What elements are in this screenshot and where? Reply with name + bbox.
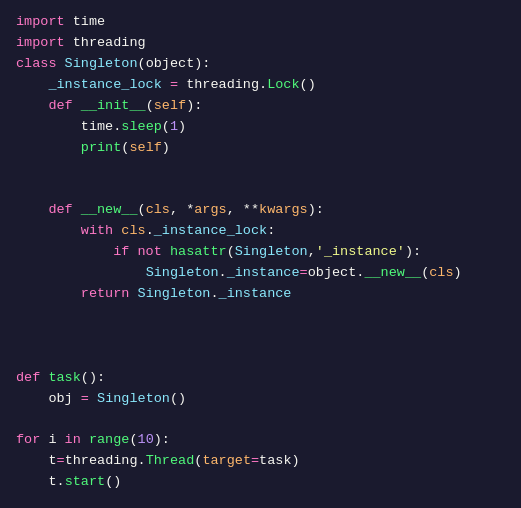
code-line-16 [16, 326, 505, 347]
code-line-21: for i in range(10): [16, 430, 505, 451]
code-line-5: def __init__(self): [16, 96, 505, 117]
code-line-13: Singleton._instance=object.__new__(cls) [16, 263, 505, 284]
code-line-1: import time [16, 12, 505, 33]
code-line-4: _instance_lock = threading.Lock() [16, 75, 505, 96]
code-line-18: def task(): [16, 368, 505, 389]
code-line-7: print(self) [16, 138, 505, 159]
code-line-14: return Singleton._instance [16, 284, 505, 305]
code-line-6: time.sleep(1) [16, 117, 505, 138]
code-line-2: import threading [16, 33, 505, 54]
code-line-3: class Singleton(object): [16, 54, 505, 75]
code-line-15 [16, 305, 505, 326]
code-line-22: t=threading.Thread(target=task) [16, 451, 505, 472]
code-line-23: t.start() [16, 472, 505, 493]
code-line-11: with cls._instance_lock: [16, 221, 505, 242]
code-line-20 [16, 410, 505, 431]
code-line-19: obj = Singleton() [16, 389, 505, 410]
code-line-10: def __new__(cls, *args, **kwargs): [16, 200, 505, 221]
code-line-17 [16, 347, 505, 368]
code-line-8 [16, 158, 505, 179]
code-line-12: if not hasattr(Singleton,'_instance'): [16, 242, 505, 263]
code-editor: import time import threading class Singl… [0, 0, 521, 508]
code-line-9 [16, 179, 505, 200]
